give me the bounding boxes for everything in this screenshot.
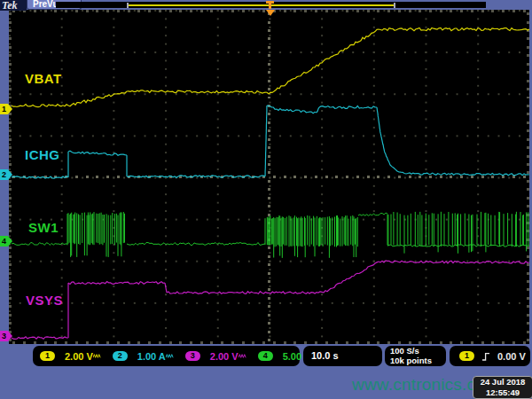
waveform-ch4-sw1 xyxy=(12,212,529,258)
waveform-ch2-ichg xyxy=(12,106,529,178)
status-bar: 1 2.00 V 2 1.00 A 3 2.00 V xyxy=(0,345,532,368)
window-bracket-left xyxy=(127,3,129,8)
datetime-box: 24 Jul 2018 12:55:49 xyxy=(473,376,532,399)
waveform-ch3-vsys xyxy=(12,261,529,339)
waveform-canvas xyxy=(9,10,529,344)
label-ichg: ICHG xyxy=(25,147,60,162)
oscilloscope-screen: Tek PreVu VBAT ICHG SW1 VSYS 1 2 4 3 xyxy=(0,0,532,399)
noise-filter-icon xyxy=(166,352,174,360)
noise-filter-icon xyxy=(239,352,246,360)
channel-1-scale: 2.00 V xyxy=(65,351,93,362)
label-vbat: VBAT xyxy=(25,71,62,86)
record-length: 10k points xyxy=(390,356,446,366)
trigger-level: 0.00 V xyxy=(497,351,526,362)
trigger-readout: 1 0.00 V xyxy=(450,346,530,366)
horizontal-scale-readout: 10.0 s xyxy=(303,346,382,366)
channel-2-scale: 1.00 A xyxy=(137,351,166,362)
waveform-ch1-vbat xyxy=(12,27,529,106)
channel-1-badge: 1 xyxy=(40,351,55,361)
channel-3-readout: 3 2.00 V xyxy=(178,351,251,362)
label-sw1: SW1 xyxy=(28,220,59,235)
date-label: 24 Jul 2018 xyxy=(473,377,532,387)
record-waveform-line xyxy=(127,4,394,6)
channel-4-badge: 4 xyxy=(258,351,273,361)
noise-filter-icon xyxy=(93,352,101,360)
sample-rate: 100 S/s xyxy=(390,347,446,356)
channel-2-badge: 2 xyxy=(113,351,128,361)
window-bracket-right xyxy=(394,3,395,8)
graticule: VBAT ICHG SW1 VSYS xyxy=(9,10,529,344)
channel-3-scale: 2.00 V xyxy=(210,351,239,362)
trigger-point-arrow-icon xyxy=(266,10,275,16)
rising-edge-icon xyxy=(481,351,490,362)
header-bar: Tek PreVu xyxy=(0,0,532,10)
channel-3-badge: 3 xyxy=(185,351,200,361)
channel-scales-readout: 1 2.00 V 2 1.00 A 3 2.00 V xyxy=(33,346,300,366)
record-view-strip xyxy=(56,2,486,8)
time-label: 12:55:49 xyxy=(473,387,532,398)
channel-2-readout: 2 1.00 A xyxy=(106,351,178,362)
label-vsys: VSYS xyxy=(26,293,63,308)
trigger-source-badge: 1 xyxy=(459,351,474,361)
acquisition-readout: 100 S/s 10k points xyxy=(385,346,446,366)
trigger-position-marker xyxy=(266,1,274,9)
tek-logo: Tek xyxy=(2,0,18,12)
channel-1-readout: 1 2.00 V xyxy=(33,351,106,362)
